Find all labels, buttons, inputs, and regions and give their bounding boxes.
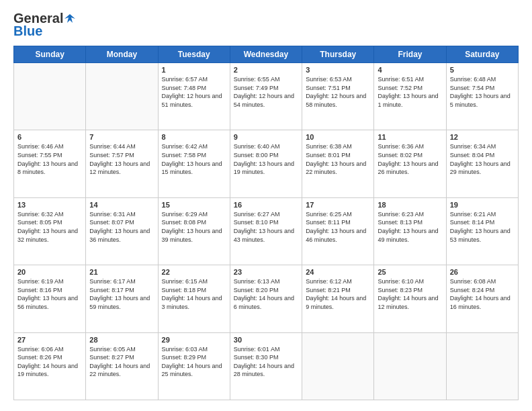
day-info: Sunrise: 6:06 AM Sunset: 8:26 PM Dayligh… (17, 345, 82, 379)
day-info: Sunrise: 6:57 AM Sunset: 7:48 PM Dayligh… (162, 75, 226, 109)
calendar-cell: 10Sunrise: 6:38 AM Sunset: 8:01 PM Dayli… (302, 130, 374, 197)
calendar-cell: 8Sunrise: 6:42 AM Sunset: 7:58 PM Daylig… (158, 130, 230, 197)
day-number: 13 (17, 201, 82, 209)
weekday-header-tuesday: Tuesday (158, 46, 230, 63)
calendar-cell: 15Sunrise: 6:29 AM Sunset: 8:08 PM Dayli… (158, 197, 230, 265)
calendar-cell (374, 332, 446, 400)
day-info: Sunrise: 6:53 AM Sunset: 7:51 PM Dayligh… (306, 75, 370, 109)
day-info: Sunrise: 6:10 AM Sunset: 8:23 PM Dayligh… (378, 277, 442, 311)
day-info: Sunrise: 6:03 AM Sunset: 8:29 PM Dayligh… (162, 345, 226, 379)
logo-text-wrapper: General Blue (13, 11, 77, 39)
calendar-cell: 30Sunrise: 6:01 AM Sunset: 8:30 PM Dayli… (230, 332, 302, 400)
calendar-cell: 26Sunrise: 6:08 AM Sunset: 8:24 PM Dayli… (446, 265, 518, 332)
day-info: Sunrise: 6:44 AM Sunset: 7:57 PM Dayligh… (89, 142, 154, 176)
week-row-4: 20Sunrise: 6:19 AM Sunset: 8:16 PM Dayli… (14, 265, 519, 332)
day-info: Sunrise: 6:01 AM Sunset: 8:30 PM Dayligh… (234, 345, 298, 379)
calendar-table: SundayMondayTuesdayWednesdayThursdayFrid… (13, 46, 519, 400)
day-number: 29 (162, 336, 226, 344)
day-number: 8 (162, 133, 226, 141)
day-number: 23 (234, 268, 298, 276)
week-row-2: 6Sunrise: 6:46 AM Sunset: 7:55 PM Daylig… (14, 130, 519, 197)
calendar-cell: 20Sunrise: 6:19 AM Sunset: 8:16 PM Dayli… (14, 265, 86, 332)
calendar-cell: 25Sunrise: 6:10 AM Sunset: 8:23 PM Dayli… (374, 265, 446, 332)
day-number: 15 (162, 201, 226, 209)
weekday-header-wednesday: Wednesday (230, 46, 302, 63)
week-row-1: 1Sunrise: 6:57 AM Sunset: 7:48 PM Daylig… (14, 63, 519, 130)
day-number: 24 (306, 268, 370, 276)
day-number: 20 (17, 268, 82, 276)
day-number: 21 (89, 268, 154, 276)
day-info: Sunrise: 6:36 AM Sunset: 8:02 PM Dayligh… (378, 142, 442, 176)
day-number: 22 (162, 268, 226, 276)
calendar-cell: 23Sunrise: 6:13 AM Sunset: 8:20 PM Dayli… (230, 265, 302, 332)
calendar-cell: 18Sunrise: 6:23 AM Sunset: 8:13 PM Dayli… (374, 197, 446, 265)
day-number: 12 (450, 133, 515, 141)
day-info: Sunrise: 6:19 AM Sunset: 8:16 PM Dayligh… (17, 277, 82, 311)
day-info: Sunrise: 6:23 AM Sunset: 8:13 PM Dayligh… (378, 210, 442, 244)
day-number: 9 (234, 133, 298, 141)
calendar-cell: 2Sunrise: 6:55 AM Sunset: 7:49 PM Daylig… (230, 63, 302, 130)
day-number: 10 (306, 133, 370, 141)
logo-bird-icon (63, 12, 77, 26)
day-number: 30 (234, 336, 298, 344)
day-info: Sunrise: 6:38 AM Sunset: 8:01 PM Dayligh… (306, 142, 370, 176)
calendar-cell (86, 63, 158, 130)
calendar-cell: 28Sunrise: 6:05 AM Sunset: 8:27 PM Dayli… (86, 332, 158, 400)
day-info: Sunrise: 6:42 AM Sunset: 7:58 PM Dayligh… (162, 142, 226, 176)
header: General Blue General Blue (13, 11, 519, 39)
calendar-cell (14, 63, 86, 130)
day-info: Sunrise: 6:15 AM Sunset: 8:18 PM Dayligh… (162, 277, 226, 311)
day-number: 14 (89, 201, 154, 209)
day-info: Sunrise: 6:31 AM Sunset: 8:07 PM Dayligh… (89, 210, 154, 244)
day-info: Sunrise: 6:32 AM Sunset: 8:05 PM Dayligh… (17, 210, 82, 244)
calendar-cell: 1Sunrise: 6:57 AM Sunset: 7:48 PM Daylig… (158, 63, 230, 130)
day-number: 11 (378, 133, 442, 141)
calendar-cell: 7Sunrise: 6:44 AM Sunset: 7:57 PM Daylig… (86, 130, 158, 197)
calendar-cell: 19Sunrise: 6:21 AM Sunset: 8:14 PM Dayli… (446, 197, 518, 265)
day-info: Sunrise: 6:05 AM Sunset: 8:27 PM Dayligh… (89, 345, 154, 379)
day-info: Sunrise: 6:51 AM Sunset: 7:52 PM Dayligh… (378, 75, 442, 109)
day-info: Sunrise: 6:55 AM Sunset: 7:49 PM Dayligh… (234, 75, 298, 109)
calendar-cell: 4Sunrise: 6:51 AM Sunset: 7:52 PM Daylig… (374, 63, 446, 130)
weekday-header-thursday: Thursday (302, 46, 374, 63)
day-number: 18 (378, 201, 442, 209)
day-info: Sunrise: 6:40 AM Sunset: 8:00 PM Dayligh… (234, 142, 298, 176)
day-number: 7 (89, 133, 154, 141)
calendar-cell: 14Sunrise: 6:31 AM Sunset: 8:07 PM Dayli… (86, 197, 158, 265)
weekday-header-sunday: Sunday (14, 46, 86, 63)
week-row-5: 27Sunrise: 6:06 AM Sunset: 8:26 PM Dayli… (14, 332, 519, 400)
week-row-3: 13Sunrise: 6:32 AM Sunset: 8:05 PM Dayli… (14, 197, 519, 265)
day-info: Sunrise: 6:21 AM Sunset: 8:14 PM Dayligh… (450, 210, 515, 244)
logo-blue: Blue (13, 24, 42, 39)
calendar-cell: 13Sunrise: 6:32 AM Sunset: 8:05 PM Dayli… (14, 197, 86, 265)
day-number: 28 (89, 336, 154, 344)
day-info: Sunrise: 6:29 AM Sunset: 8:08 PM Dayligh… (162, 210, 226, 244)
page: General Blue General Blue (0, 0, 532, 411)
calendar-cell (302, 332, 374, 400)
day-info: Sunrise: 6:17 AM Sunset: 8:17 PM Dayligh… (89, 277, 154, 311)
weekday-header-monday: Monday (86, 46, 158, 63)
calendar-cell: 11Sunrise: 6:36 AM Sunset: 8:02 PM Dayli… (374, 130, 446, 197)
calendar-cell: 21Sunrise: 6:17 AM Sunset: 8:17 PM Dayli… (86, 265, 158, 332)
day-number: 1 (162, 66, 226, 74)
calendar-cell: 22Sunrise: 6:15 AM Sunset: 8:18 PM Dayli… (158, 265, 230, 332)
day-number: 5 (450, 66, 515, 74)
weekday-header-saturday: Saturday (446, 46, 518, 63)
weekday-header-row: SundayMondayTuesdayWednesdayThursdayFrid… (14, 46, 519, 63)
calendar-cell: 27Sunrise: 6:06 AM Sunset: 8:26 PM Dayli… (14, 332, 86, 400)
day-number: 26 (450, 268, 515, 276)
calendar-cell: 6Sunrise: 6:46 AM Sunset: 7:55 PM Daylig… (14, 130, 86, 197)
day-info: Sunrise: 6:12 AM Sunset: 8:21 PM Dayligh… (306, 277, 370, 311)
calendar-cell: 5Sunrise: 6:48 AM Sunset: 7:54 PM Daylig… (446, 63, 518, 130)
calendar-cell: 24Sunrise: 6:12 AM Sunset: 8:21 PM Dayli… (302, 265, 374, 332)
calendar-cell: 9Sunrise: 6:40 AM Sunset: 8:00 PM Daylig… (230, 130, 302, 197)
calendar-cell: 12Sunrise: 6:34 AM Sunset: 8:04 PM Dayli… (446, 130, 518, 197)
day-info: Sunrise: 6:13 AM Sunset: 8:20 PM Dayligh… (234, 277, 298, 311)
day-number: 2 (234, 66, 298, 74)
day-info: Sunrise: 6:46 AM Sunset: 7:55 PM Dayligh… (17, 142, 82, 176)
day-info: Sunrise: 6:27 AM Sunset: 8:10 PM Dayligh… (234, 210, 298, 244)
calendar-cell: 3Sunrise: 6:53 AM Sunset: 7:51 PM Daylig… (302, 63, 374, 130)
day-number: 25 (378, 268, 442, 276)
day-info: Sunrise: 6:48 AM Sunset: 7:54 PM Dayligh… (450, 75, 515, 109)
weekday-header-friday: Friday (374, 46, 446, 63)
